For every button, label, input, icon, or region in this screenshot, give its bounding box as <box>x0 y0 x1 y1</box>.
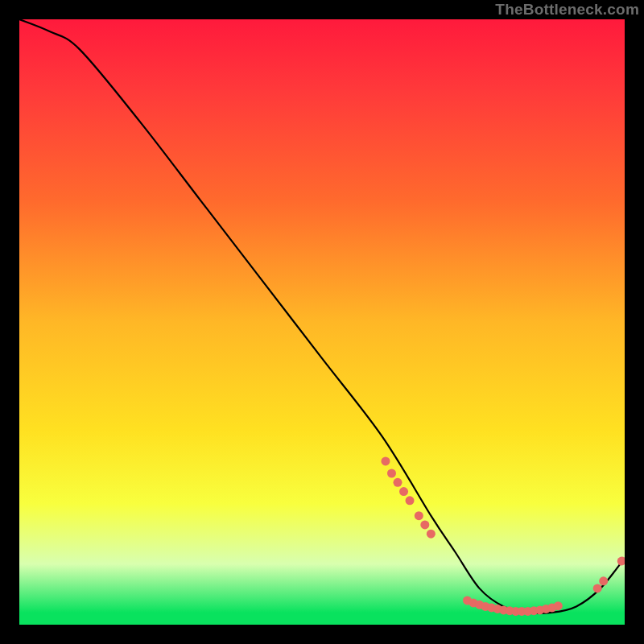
chart-frame: TheBottleneck.com <box>0 0 644 644</box>
data-point <box>617 557 625 566</box>
chart-svg <box>19 19 625 625</box>
data-point <box>420 520 429 529</box>
data-point <box>427 530 436 539</box>
data-markers <box>381 456 625 615</box>
data-point <box>593 584 602 592</box>
bottleneck-curve <box>19 19 625 613</box>
data-point <box>387 469 396 478</box>
data-point <box>381 456 390 465</box>
data-point <box>554 601 563 610</box>
data-point <box>406 496 415 505</box>
plot-area <box>19 19 625 625</box>
watermark-text: TheBottleneck.com <box>495 2 639 17</box>
data-point <box>415 511 423 520</box>
data-point <box>399 487 408 496</box>
data-point <box>394 478 402 487</box>
data-point <box>599 576 608 585</box>
